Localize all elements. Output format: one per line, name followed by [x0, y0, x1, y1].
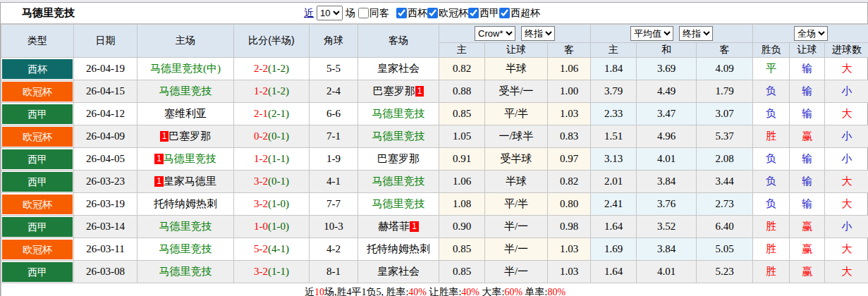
home-team-name: 托特纳姆热刺	[154, 198, 217, 209]
cell-score: 3-2(1-0)	[234, 193, 310, 216]
cell-europe-home-odds: 1.84	[591, 58, 637, 80]
summary-segment: 单率:	[522, 287, 547, 296]
same-venue-toggle[interactable]: 同客	[358, 7, 389, 20]
cell-europe-away-odds: 2.08	[697, 148, 753, 171]
league-filter-checkbox[interactable]	[468, 8, 479, 18]
league-filter-label: 西杯	[408, 7, 427, 20]
cell-date: 26-03-23	[74, 171, 137, 193]
half-time-score: (1-1)	[268, 153, 289, 164]
half-time-score: (1-1)	[268, 266, 289, 277]
near-link[interactable]: 近	[304, 7, 314, 20]
col-header-away: 客场	[358, 25, 439, 58]
cell-date: 26-03-19	[74, 193, 137, 216]
cell-asia-handicap: 平/半	[485, 193, 548, 216]
cell-europe-draw-odds: 3.52	[637, 216, 697, 238]
league-filter-checkbox[interactable]	[427, 8, 438, 18]
cell-date: 26-03-14	[74, 216, 137, 238]
cell-asia-away-odds: 0.80	[548, 193, 591, 216]
competition-badge: 西杯	[2, 59, 73, 79]
cell-score: 3-2(1-1)	[234, 261, 310, 283]
cell-score: 0-2(0-1)	[234, 125, 310, 148]
cell-away-team: 赫塔菲1	[358, 216, 439, 238]
cell-home-team: 塞维利亚	[137, 103, 234, 125]
cell-asia-away-odds: 1.03	[548, 261, 591, 283]
cell-match-result: 胜	[753, 261, 790, 283]
cell-away-team: 托特纳姆热刺	[358, 238, 439, 261]
half-time-score: (4-1)	[268, 243, 289, 254]
rank-badge: 1	[154, 154, 164, 164]
same-venue-checkbox[interactable]	[358, 8, 369, 18]
cell-corner: 8-1	[310, 261, 358, 283]
cell-competition: 西甲	[1, 216, 74, 238]
cell-europe-home-odds: 1.69	[591, 238, 637, 261]
cell-home-team: 马德里竞技	[137, 261, 234, 283]
cell-asia-handicap: 半球	[485, 171, 548, 193]
cell-corner: 1-9	[310, 148, 358, 171]
cell-europe-draw-odds: 4.01	[637, 261, 697, 283]
scope-select[interactable]: 全场	[794, 26, 828, 41]
home-team-name: 马德里竞技	[159, 266, 212, 277]
league-filter[interactable]: 西超杯	[499, 7, 540, 20]
cell-handicap-result: 输	[790, 171, 825, 193]
home-team-name: 马德里竞技	[164, 153, 216, 164]
table-row: 西杯26-04-19马德里竞技(中)2-2(1-2)5-5皇家社会0.82半球1…	[1, 58, 868, 80]
away-team-name: 马德里竞技	[372, 198, 425, 209]
cell-match-result: 胜	[753, 125, 790, 148]
sub-col-header: 客	[697, 43, 753, 58]
odds-company-select[interactable]: Crow*	[475, 26, 515, 41]
summary-segment: 80%	[547, 287, 566, 296]
summary-segment: 40%	[461, 287, 479, 296]
cell-europe-draw-odds: 3.84	[637, 171, 697, 193]
summary-segment: 近	[305, 287, 314, 296]
cell-asia-handicap: 平/半	[485, 103, 548, 125]
games-label: 场	[346, 7, 355, 20]
cell-away-team: 马德里竞技	[358, 103, 439, 125]
league-filter-checkbox[interactable]	[499, 8, 510, 18]
league-filter-checkbox[interactable]	[396, 8, 407, 18]
cell-handicap-result: 输	[790, 193, 825, 216]
cell-corner: 2-4	[310, 80, 358, 103]
cell-match-result: 负	[753, 148, 790, 171]
full-time-score: 1-0	[254, 221, 268, 232]
cell-asia-away-odds: 1.06	[548, 58, 591, 80]
cell-match-result: 负	[753, 171, 790, 193]
league-filter[interactable]: 欧冠杯	[427, 7, 468, 20]
home-team-name: 巴塞罗那	[169, 130, 211, 142]
league-filter[interactable]: 西甲	[468, 7, 499, 20]
odds-stage-select[interactable]: 终指	[521, 26, 555, 41]
cell-asia-home-odds: 1.05	[439, 125, 485, 148]
cell-goals-result: 大	[825, 103, 868, 125]
league-filter[interactable]: 西杯	[396, 7, 427, 20]
title-bar: 马德里竞技 近 10 场 同客 西杯欧冠杯西甲西超杯	[1, 3, 867, 24]
cell-asia-home-odds: 0.85	[439, 238, 485, 261]
cell-home-team: 托特纳姆热刺	[137, 193, 234, 216]
cell-asia-handicap: 半/一	[485, 238, 548, 261]
half-time-score: (0-1)	[268, 130, 289, 142]
matches-table: 类型 日期 主场 比分(半场) 角球 客场 Crow* 终指 平均值 终指 全场…	[1, 24, 868, 296]
cell-europe-away-odds: 2.73	[697, 193, 753, 216]
away-team-name: 巴塞罗那	[377, 153, 420, 164]
half-time-score: (0-1)	[268, 175, 289, 187]
table-row: 欧冠杯26-04-15马德里竞技1-2(1-2)2-4巴塞罗那10.88受半/一…	[1, 80, 868, 103]
cell-competition: 西甲	[1, 148, 74, 171]
near-count-select[interactable]: 10	[317, 6, 343, 20]
rank-badge: 1	[415, 86, 424, 97]
summary-segment: 大率:	[479, 287, 504, 296]
cell-handicap-result: 输	[790, 103, 825, 125]
rank-badge: 1	[160, 131, 169, 142]
table-header: 类型 日期 主场 比分(半场) 角球 客场 Crow* 终指 平均值 终指 全场…	[1, 25, 868, 58]
cell-handicap-result: 赢	[790, 261, 825, 283]
europe-company-select[interactable]: 平均值	[630, 26, 673, 41]
cell-home-team: 马德里竞技(中)	[137, 58, 234, 80]
league-filter-label: 欧冠杯	[439, 7, 468, 20]
table-row: 西甲26-03-08马德里竞技3-2(1-1)8-1皇家社会0.85半/一1.0…	[1, 261, 868, 283]
competition-badge: 西甲	[2, 104, 73, 124]
cell-asia-away-odds: 1.00	[548, 80, 591, 103]
cell-europe-home-odds: 1.64	[591, 261, 637, 283]
cell-handicap-result: 赢	[790, 216, 825, 238]
europe-stage-select[interactable]: 终指	[679, 26, 713, 41]
cell-asia-home-odds: 0.91	[439, 148, 485, 171]
cell-goals-result: 大	[825, 58, 868, 80]
filter-controls: 近 10 场 同客 西杯欧冠杯西甲西超杯	[304, 6, 540, 20]
cell-goals-result: 大	[825, 238, 868, 261]
